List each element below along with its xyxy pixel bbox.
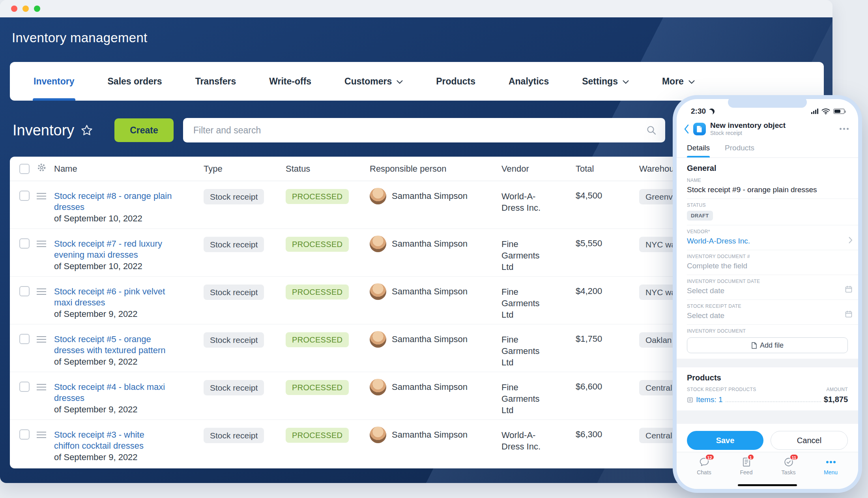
save-button[interactable]: Save <box>687 431 763 450</box>
tabbar-menu[interactable]: Menu <box>810 457 852 489</box>
column-header-vendor[interactable]: Vendor <box>501 164 576 174</box>
field-name: NAME Stock receipt #9 - orange plain dre… <box>687 174 858 199</box>
zoom-window-button[interactable] <box>34 6 40 12</box>
total-amount: $6,600 <box>576 382 639 392</box>
nav-tab-write-offs[interactable]: Write-offs <box>253 62 328 101</box>
nav-label: Analytics <box>509 76 549 87</box>
tab-label: Tasks <box>782 469 796 476</box>
column-header-type[interactable]: Type <box>204 164 286 174</box>
row-checkbox[interactable] <box>19 429 30 440</box>
chats-badge: 12 <box>705 454 715 461</box>
search-bar[interactable] <box>183 118 665 142</box>
create-button[interactable]: Create <box>114 118 174 142</box>
search-icon[interactable] <box>646 125 657 135</box>
field-receipt-date[interactable]: STOCK RECEIPT DATE Select date <box>687 300 858 325</box>
row-checkbox[interactable] <box>19 286 30 296</box>
nav-label: Settings <box>582 76 618 87</box>
vendor-name: World-A-Dress Inc. <box>501 191 576 213</box>
receipt-link[interactable]: Stock receipt #7 - red luxury evening ma… <box>54 238 172 260</box>
receipt-link[interactable]: Stock receipt #4 - black maxi dresses <box>54 382 172 404</box>
doc-date-input[interactable]: Select date <box>687 286 848 295</box>
phone-screen: 2:30 New inventory object Stock receipt … <box>677 99 858 489</box>
products-items-row: Items: 1 $1,875 <box>687 395 848 404</box>
add-file-button[interactable]: Add file <box>687 337 848 353</box>
close-window-button[interactable] <box>11 6 17 12</box>
receipt-date: of September 10, 2022 <box>54 261 172 272</box>
column-header-name[interactable]: Name <box>54 164 204 174</box>
drag-handle-icon[interactable] <box>37 241 46 247</box>
receipt-link[interactable]: Stock receipt #5 - orange dresses with t… <box>54 334 172 356</box>
items-icon <box>687 397 693 403</box>
select-all-checkbox[interactable] <box>19 164 30 174</box>
items-link[interactable]: Items: 1 <box>696 395 723 404</box>
field-doc-number[interactable]: INVENTORY DOCUMENT # Complete the field <box>687 250 858 275</box>
tab-details[interactable]: Details <box>687 140 710 157</box>
vendor-link[interactable]: World-A-Dress Inc. <box>687 236 848 245</box>
type-badge: Stock receipt <box>204 285 264 300</box>
receipt-date-input[interactable]: Select date <box>687 311 848 320</box>
nav-tab-transfers[interactable]: Transfers <box>179 62 253 101</box>
total-amount: $4,200 <box>576 286 639 296</box>
drag-handle-icon[interactable] <box>37 288 46 295</box>
receipt-link[interactable]: Stock receipt #3 - white chiffon cocktai… <box>54 429 172 451</box>
row-checkbox[interactable] <box>19 238 30 249</box>
back-icon[interactable] <box>684 124 689 134</box>
field-doc-date[interactable]: INVENTORY DOCUMENT DATE Select date <box>687 275 858 300</box>
table-settings-gear-icon[interactable] <box>37 163 47 172</box>
status-badge: PROCESSED <box>286 189 349 204</box>
add-file-label: Add file <box>760 341 784 350</box>
receipt-date: of September 9, 2022 <box>54 404 172 415</box>
stock-receipt-products-label: STOCK RECEIPT PRODUCTS <box>687 387 756 392</box>
chevron-down-icon <box>623 80 629 84</box>
nav-tab-settings[interactable]: Settings <box>565 62 645 101</box>
drag-handle-icon[interactable] <box>37 384 46 390</box>
column-header-responsible-person[interactable]: Responsible person <box>370 164 501 174</box>
doc-number-input[interactable]: Complete the field <box>687 261 848 270</box>
column-header-status[interactable]: Status <box>286 164 370 174</box>
page-title-block: Inventory <box>13 118 93 142</box>
chevron-right-icon <box>849 237 853 243</box>
favorite-star-icon[interactable] <box>80 124 93 137</box>
total-amount: $1,750 <box>576 334 639 344</box>
tab-products[interactable]: Products <box>725 140 754 157</box>
status-badge: PROCESSED <box>286 332 349 347</box>
type-badge: Stock receipt <box>204 189 264 204</box>
menu-dots-icon <box>826 457 836 467</box>
amount-label: AMOUNT <box>827 387 848 392</box>
vendor-name: Fine Garments Ltd <box>501 382 576 416</box>
field-vendor[interactable]: VENDOR* World-A-Dress Inc. <box>687 225 858 250</box>
app-header-title: Inventory management <box>12 30 148 46</box>
tabbar-chats[interactable]: 12 Chats <box>683 457 725 489</box>
drag-handle-icon[interactable] <box>37 336 46 343</box>
row-checkbox[interactable] <box>19 191 30 201</box>
nav-tab-products[interactable]: Products <box>419 62 492 101</box>
home-indicator[interactable] <box>738 484 797 486</box>
receipt-link[interactable]: Stock receipt #6 - pink velvet maxi dres… <box>54 286 172 308</box>
calendar-icon <box>845 285 853 293</box>
phone-action-buttons: Save Cancel <box>687 431 848 450</box>
vendor-name: Fine Garments Ltd <box>501 238 576 273</box>
nav-tab-inventory[interactable]: Inventory <box>17 62 91 101</box>
status-badge: PROCESSED <box>286 428 349 443</box>
drag-handle-icon[interactable] <box>37 193 46 199</box>
drag-handle-icon[interactable] <box>37 432 46 438</box>
dotted-leader <box>726 401 821 402</box>
row-checkbox[interactable] <box>19 334 30 344</box>
inventory-doc-icon <box>693 123 706 135</box>
avatar <box>370 236 386 252</box>
nav-tab-sales-orders[interactable]: Sales orders <box>91 62 179 101</box>
more-options-icon[interactable] <box>840 125 849 132</box>
cancel-button[interactable]: Cancel <box>771 431 848 450</box>
page-title: Inventory <box>13 122 74 139</box>
column-header-total[interactable]: Total <box>576 164 639 174</box>
nav-label: Inventory <box>34 76 75 87</box>
minimize-window-button[interactable] <box>22 6 29 12</box>
search-input[interactable] <box>183 118 665 142</box>
nav-tab-customers[interactable]: Customers <box>328 62 419 101</box>
chevron-down-icon <box>397 80 403 84</box>
receipt-link[interactable]: Stock receipt #8 - orange plain dresses <box>54 191 172 213</box>
row-checkbox[interactable] <box>19 382 30 392</box>
total-amount: $4,500 <box>576 191 639 201</box>
tab-label: Feed <box>740 469 753 476</box>
nav-tab-analytics[interactable]: Analytics <box>492 62 565 101</box>
